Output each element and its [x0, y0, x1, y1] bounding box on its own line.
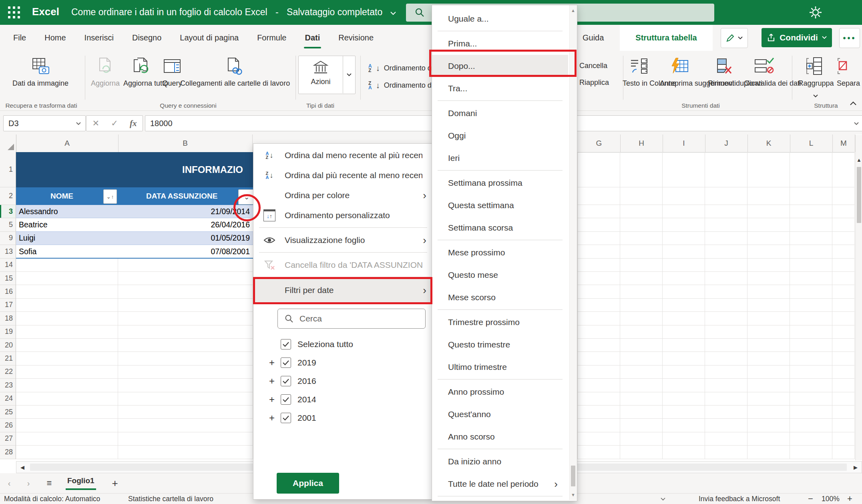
ungroup-icon[interactable]: [834, 56, 851, 76]
flash-fill-label[interactable]: Anteprima suggerimenti: [660, 79, 711, 88]
checkbox-checked[interactable]: [281, 339, 291, 349]
workbook-links-label[interactable]: Collegamenti alle cartelle di lavoro: [180, 79, 289, 88]
azioni-label[interactable]: Azioni: [304, 77, 337, 86]
remove-duplicates-label[interactable]: Rimuovi duplicati: [708, 79, 743, 88]
tab-disegno[interactable]: Disegno: [123, 25, 171, 51]
sheet-tab-foglio1[interactable]: Foglio1: [67, 476, 94, 485]
filter-value-2001[interactable]: +2001: [253, 409, 433, 427]
tab-file[interactable]: File: [4, 25, 35, 51]
data-from-picture-icon[interactable]: [30, 56, 51, 76]
row-header-22[interactable]: 22: [0, 365, 16, 379]
feedback-link[interactable]: Invia feedback a Microsoft: [699, 495, 780, 503]
vertical-scrollbar[interactable]: ▲: [855, 135, 862, 460]
filter-search-box[interactable]: Cerca: [277, 309, 426, 329]
cancel-entry-icon[interactable]: ✕: [92, 118, 100, 128]
group-outline-icon[interactable]: [805, 56, 826, 76]
workbook-stats-status[interactable]: Statistiche cartella di lavoro: [128, 495, 213, 503]
chevron-down-icon[interactable]: [813, 94, 818, 98]
text-to-columns-icon[interactable]: [629, 56, 649, 76]
scroll-down-icon[interactable]: ▼: [570, 491, 577, 498]
reapply-button[interactable]: Riapplica: [579, 78, 609, 87]
clear-filter-button[interactable]: Cancella: [579, 61, 607, 70]
tab-layout-di-pagina[interactable]: Layout di pagina: [171, 25, 248, 51]
row-header-3[interactable]: 3: [0, 205, 16, 218]
date-filter-tra[interactable]: Tra...: [432, 77, 568, 100]
column-header-L[interactable]: L: [790, 135, 833, 152]
row-header-26[interactable]: 26: [0, 419, 16, 432]
table-cell-date[interactable]: 07/08/2001: [118, 245, 253, 258]
vscroll-thumb[interactable]: [857, 167, 861, 223]
date-filter-uguale-a[interactable]: Uguale a...: [432, 8, 568, 30]
collapse-ribbon-icon[interactable]: [850, 101, 857, 106]
row-header-17[interactable]: 17: [0, 299, 16, 312]
row-header-24[interactable]: 24: [0, 392, 16, 406]
expand-plus-icon[interactable]: +: [268, 357, 276, 368]
confirm-entry-icon[interactable]: ✓: [111, 118, 118, 128]
date-filter-mese-prossimo[interactable]: Mese prossimo: [432, 241, 568, 264]
prev-sheet-icon[interactable]: ‹: [4, 478, 14, 488]
text-to-columns-label[interactable]: Testo in Colonne: [623, 79, 657, 88]
flash-fill-icon[interactable]: [669, 56, 689, 76]
date-filter-questo-trimestre[interactable]: Questo trimestre: [432, 333, 568, 356]
scroll-up-icon[interactable]: ▲: [570, 7, 577, 14]
column-header-B[interactable]: B: [118, 135, 253, 152]
date-filter-questa-settimana[interactable]: Questa settimana: [432, 194, 568, 217]
submenu-scroll-thumb[interactable]: [571, 466, 575, 486]
checkbox-checked[interactable]: [281, 376, 291, 386]
filter-value-2019[interactable]: +2019: [253, 353, 433, 372]
draw-pen-button[interactable]: [721, 28, 748, 48]
expand-plus-icon[interactable]: +: [268, 375, 276, 387]
table-cell-date[interactable]: 26/04/2016: [118, 218, 253, 231]
chevron-down-icon[interactable]: [661, 498, 665, 501]
next-sheet-icon[interactable]: ›: [23, 478, 34, 488]
data-validation-label[interactable]: Convalida dei dati: [744, 79, 786, 88]
filter-value-2016[interactable]: +2016: [253, 372, 433, 390]
column-header-A[interactable]: A: [16, 135, 119, 152]
submenu-scrollbar[interactable]: ▲ ▼: [569, 5, 577, 500]
table-cell-name[interactable]: Alessandro: [16, 205, 118, 218]
row-header-23[interactable]: 23: [0, 379, 16, 392]
tab-guida[interactable]: Guida: [573, 25, 613, 51]
row-header-28[interactable]: 28: [0, 446, 16, 459]
column-header-G[interactable]: G: [578, 135, 621, 152]
insert-function-icon[interactable]: fx: [130, 118, 137, 129]
expand-plus-icon[interactable]: +: [268, 394, 276, 405]
table-cell-date[interactable]: 01/05/2019: [118, 232, 253, 245]
date-filter-questo-mese[interactable]: Questo mese: [432, 264, 568, 286]
tab-inserisci[interactable]: Inserisci: [75, 25, 123, 51]
column-header-J[interactable]: J: [705, 135, 748, 152]
filter-value-2014[interactable]: +2014: [253, 390, 433, 409]
document-title[interactable]: Come ordinare i dati in un foglio di cal…: [71, 7, 396, 18]
zoom-in-button[interactable]: +: [847, 494, 852, 504]
apply-button[interactable]: Applica: [277, 473, 339, 494]
table-cell-name[interactable]: Luigi: [16, 232, 118, 245]
group-label-btn[interactable]: Raggruppa: [796, 79, 836, 88]
remove-duplicates-icon[interactable]: [713, 56, 733, 76]
date-filter-quest-anno[interactable]: Quest'anno: [432, 403, 568, 426]
row-header-2[interactable]: 2: [0, 187, 16, 205]
row-header-1[interactable]: 1: [0, 152, 16, 187]
tab-revisione[interactable]: Revisione: [329, 25, 383, 51]
table-cell-date[interactable]: 21/09/2014: [118, 205, 253, 218]
data-validation-icon[interactable]: [753, 56, 775, 76]
date-filter-mese-scorso[interactable]: Mese scorso: [432, 286, 568, 309]
date-filter-da-inizio-anno[interactable]: Da inizio anno: [432, 450, 568, 473]
menu-item-visualizzazione-foglio[interactable]: Visualizzazione foglio›: [253, 230, 433, 250]
chevron-down-icon[interactable]: [346, 73, 352, 76]
date-filter-ieri[interactable]: Ieri: [432, 147, 568, 169]
menu-item-ordina-per-colore[interactable]: Ordina per colore›: [253, 185, 433, 205]
row-header-19[interactable]: 19: [0, 325, 16, 339]
date-filter-ultimo-trimestre[interactable]: Ultimo trimestre: [432, 356, 568, 378]
table-cell-name[interactable]: Sofia: [16, 245, 118, 258]
date-filter-anno-prossimo[interactable]: Anno prossimo: [432, 381, 568, 403]
share-button[interactable]: Condividi: [762, 28, 832, 47]
date-filter-settimana-scorsa[interactable]: Settimana scorsa: [432, 217, 568, 239]
table-header-data-assunzione[interactable]: DATA ASSUNZIONE: [118, 187, 253, 205]
row-header-13[interactable]: 13: [0, 245, 16, 258]
query-icon[interactable]: [162, 56, 182, 76]
date-filter-tutte-le-date-nel-periodo[interactable]: Tutte le date nel periodo›: [432, 473, 568, 495]
ungroup-label[interactable]: Separa: [837, 79, 861, 88]
menu-item-cancella-filtro-da-data-assunz[interactable]: Cancella filtro da 'DATA ASSUNZIONE': [253, 255, 433, 275]
date-filter-settimana-prossima[interactable]: Settimana prossima: [432, 172, 568, 194]
checkbox-checked[interactable]: [281, 357, 291, 368]
